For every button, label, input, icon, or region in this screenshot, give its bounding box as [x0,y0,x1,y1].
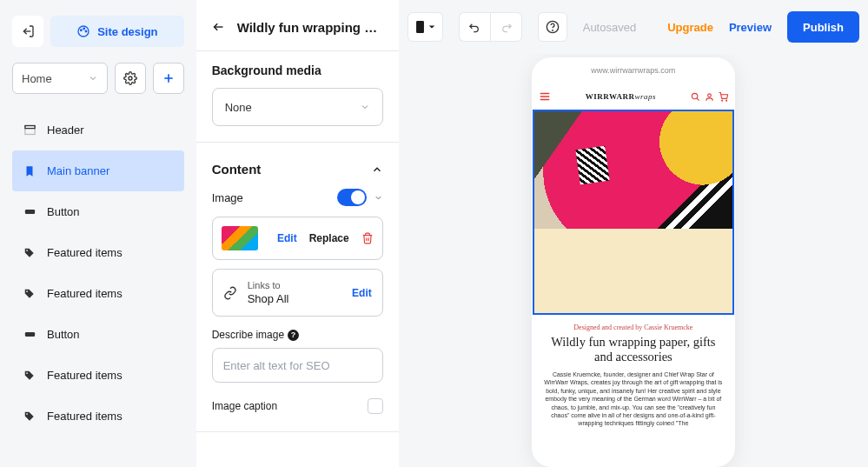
autosaved-status: Autosaved [583,21,636,34]
svg-point-27 [726,100,727,101]
settings-button[interactable] [115,63,146,94]
chevron-up-icon [371,163,383,176]
section-label: Featured items [47,246,123,259]
section-label: Button [47,205,80,218]
hamburger-icon [539,90,551,103]
account-button[interactable] [705,92,714,102]
mobile-icon [415,20,425,34]
svg-point-11 [26,250,28,251]
image-toggle[interactable] [337,189,367,206]
tag-icon [23,369,36,383]
publish-button[interactable]: Publish [787,11,859,43]
caret-down-icon [428,23,435,30]
svg-point-12 [26,290,28,292]
panel-header: Wildly fun wrapping paper… [196,0,399,50]
upgrade-link[interactable]: Upgrade [667,21,713,34]
button-icon [23,328,36,342]
section-item-main-banner[interactable]: Main banner [12,150,184,191]
content-heading: Content [212,162,262,177]
svg-rect-17 [416,21,424,33]
section-label: Featured items [47,369,123,382]
section-label: Featured items [47,287,123,300]
section-item-featured[interactable]: Featured items [12,396,184,437]
section-item-button[interactable]: Button [12,314,184,355]
edit-image-button[interactable]: Edit [277,232,297,244]
left-sidebar-top: Site design [12,16,184,47]
link-icon [223,286,237,300]
svg-point-5 [129,77,132,80]
edit-link-button[interactable]: Edit [352,287,372,299]
preview-link[interactable]: Preview [729,21,772,34]
search-icon [691,92,700,102]
bg-media-value: None [225,101,252,114]
svg-point-25 [708,93,712,97]
replace-image-button[interactable]: Replace [309,232,349,244]
image-label: Image [212,191,243,204]
svg-rect-13 [24,332,34,337]
page-row: Home [12,63,184,94]
hero-caption: Designed and created by Cassie Kruemcke [532,315,735,335]
bg-media-select[interactable]: None [212,88,383,126]
links-to-card: Links to Shop All Edit [212,269,383,317]
section-item-featured[interactable]: Featured items [12,355,184,396]
page-select[interactable]: Home [12,63,108,94]
alt-text-input[interactable] [212,348,383,383]
page-select-value: Home [22,72,52,85]
help-icon[interactable]: ? [288,330,299,341]
device-selector[interactable] [407,12,443,42]
image-thumbnail[interactable] [222,226,258,250]
undo-button[interactable] [459,12,490,42]
tag-icon [23,246,36,260]
search-button[interactable] [691,92,700,102]
top-toolbar: Autosaved Upgrade Preview Publish [399,0,868,54]
back-arrow-icon[interactable] [212,19,225,35]
collapse-button[interactable] [371,163,383,176]
device-frame: www.wirrwarrwraps.com WIRRWARRwraps [532,57,735,467]
brand-logo[interactable]: WIRRWARRwraps [556,92,686,101]
menu-button[interactable] [539,90,551,103]
section-label: Featured items [47,410,123,423]
section-item-featured[interactable]: Featured items [12,273,184,314]
redo-button[interactable] [490,12,522,42]
exit-icon [21,24,35,38]
links-to-value: Shop All [248,292,289,305]
divider [196,431,399,432]
redo-icon [500,21,513,34]
alt-text-label: Describe image ? [212,329,383,341]
help-button[interactable] [538,12,567,42]
bg-media-heading: Background media [212,63,383,77]
user-icon [705,92,714,102]
chevron-down-icon[interactable] [374,193,383,203]
svg-point-3 [83,28,85,30]
hero-body: Cassie Kruemcke, founder, designer and C… [532,370,735,437]
section-item-button[interactable]: Button [12,191,184,232]
bookmark-icon [23,164,36,178]
image-caption-row: Image caption [212,398,383,414]
add-section-button[interactable] [153,63,184,94]
chevron-down-icon [88,73,98,83]
svg-rect-9 [24,126,34,135]
trash-icon [361,232,374,244]
image-caption-checkbox[interactable] [368,398,383,414]
middle-panel: Wildly fun wrapping paper… Background me… [196,0,399,467]
header-icon [23,123,36,137]
image-toggle-wrap [337,189,383,206]
divider [196,142,399,143]
section-item-header[interactable]: Header [12,110,184,150]
svg-point-23 [692,93,697,98]
button-icon [23,205,36,219]
site-design-button[interactable]: Site design [50,16,184,47]
section-item-featured[interactable]: Featured items [12,232,184,273]
svg-point-2 [81,30,83,31]
exit-editor-button[interactable] [12,16,43,47]
panel-body: Background media None Content Image Edit… [196,51,399,467]
cart-button[interactable] [719,92,728,102]
image-actions: Edit Replace [277,232,374,244]
section-list: Header Main banner Button Featured items [12,110,184,437]
image-caption-label: Image caption [212,400,277,412]
delete-image-button[interactable] [361,232,374,244]
links-info: Links to Shop All [248,280,289,305]
gear-icon [123,71,137,85]
hero-image[interactable] [533,110,734,315]
svg-point-15 [26,413,28,415]
